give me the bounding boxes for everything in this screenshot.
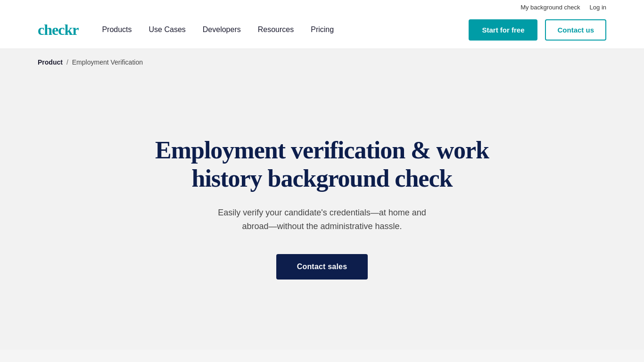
breadcrumb-separator: / bbox=[66, 58, 68, 66]
contact-sales-button[interactable]: Contact sales bbox=[276, 254, 368, 280]
breadcrumb-section: Product / Employment Verification bbox=[0, 49, 644, 75]
breadcrumb-product-link[interactable]: Product bbox=[38, 58, 63, 66]
hero-subtitle: Easily verify your candidate's credentia… bbox=[209, 206, 435, 233]
start-for-free-button[interactable]: Start for free bbox=[469, 19, 537, 41]
nav-item-products[interactable]: Products bbox=[102, 24, 132, 36]
header-main-bar: checkr Products Use Cases Developers Res… bbox=[0, 11, 644, 49]
site-header: My background check Log in checkr Produc… bbox=[0, 0, 644, 49]
log-in-link[interactable]: Log in bbox=[590, 4, 606, 11]
nav-item-resources[interactable]: Resources bbox=[258, 24, 294, 36]
hero-title: Employment verification & work history b… bbox=[138, 136, 506, 193]
header-top-bar: My background check Log in bbox=[0, 0, 644, 11]
my-background-check-link[interactable]: My background check bbox=[520, 4, 580, 11]
contact-us-button[interactable]: Contact us bbox=[545, 19, 606, 41]
main-content: Product / Employment Verification Employ… bbox=[0, 49, 644, 350]
nav-item-developers[interactable]: Developers bbox=[203, 24, 241, 36]
hero-section: Employment verification & work history b… bbox=[0, 75, 644, 350]
nav-item-pricing[interactable]: Pricing bbox=[311, 24, 334, 36]
breadcrumb: Product / Employment Verification bbox=[38, 58, 606, 66]
breadcrumb-current-page: Employment Verification bbox=[72, 58, 143, 66]
logo[interactable]: checkr bbox=[38, 21, 78, 39]
main-nav: Products Use Cases Developers Resources … bbox=[102, 24, 469, 36]
header-actions: Start for free Contact us bbox=[469, 19, 606, 41]
nav-item-use-cases[interactable]: Use Cases bbox=[149, 24, 186, 36]
logo-text: checkr bbox=[38, 21, 78, 38]
